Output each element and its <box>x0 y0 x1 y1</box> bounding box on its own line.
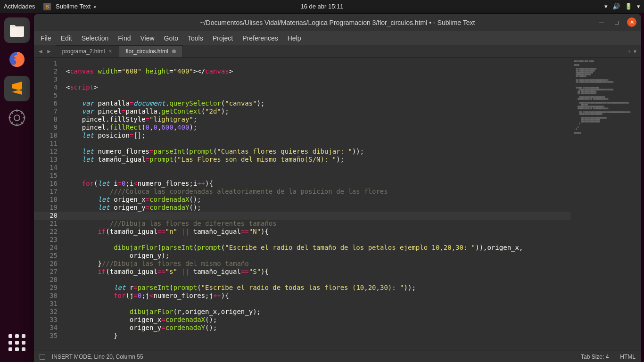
svg-point-2 <box>14 115 20 121</box>
sublime-icon: S <box>43 3 51 10</box>
tab-label: programa_2.html <box>62 48 105 55</box>
close-button[interactable]: ✕ <box>627 17 636 27</box>
editor[interactable]: 1234567891011121314151617181920212223242… <box>34 58 641 351</box>
minimap[interactable]: ████ ██████ ████ ██████ ██████ ███ █████… <box>570 58 641 351</box>
menu-selection[interactable]: Selection <box>82 34 109 42</box>
panel-switcher-icon[interactable] <box>40 354 45 360</box>
clock[interactable]: 16 de abr 15:11 <box>300 3 343 10</box>
minimize-button[interactable]: — <box>597 17 606 27</box>
titlebar[interactable]: ~/Documentos/Ulises Vidal/Materias/Logic… <box>34 14 641 31</box>
dock-settings[interactable] <box>4 105 30 131</box>
menubar: File Edit Selection Find View Goto Tools… <box>34 31 641 45</box>
current-line-highlight <box>34 212 570 220</box>
tab-overflow-icon[interactable]: ▾ <box>634 48 636 55</box>
dock-files[interactable] <box>4 17 30 43</box>
power-menu-icon[interactable]: ▾ <box>637 3 640 10</box>
menu-view[interactable]: View <box>140 34 155 42</box>
menu-help[interactable]: Help <box>288 34 301 42</box>
status-mode[interactable]: INSERT MODE, Line 20, Column 55 <box>52 354 143 360</box>
menu-goto[interactable]: Goto <box>164 34 178 42</box>
statusbar: INSERT MODE, Line 20, Column 55 Tab Size… <box>34 351 641 362</box>
fold-margin <box>34 58 39 351</box>
focused-app[interactable]: S Sublime Text ▾ <box>43 3 96 10</box>
menu-preferences[interactable]: Preferences <box>242 34 278 42</box>
tab-history-back-icon[interactable]: ◄ <box>38 48 43 55</box>
text-cursor <box>277 221 277 228</box>
menu-project[interactable]: Project <box>213 34 233 42</box>
status-syntax[interactable]: HTML <box>620 354 636 360</box>
battery-icon[interactable]: 🔋 <box>625 3 632 10</box>
new-tab-icon[interactable]: + <box>627 48 631 55</box>
dock-sublime[interactable] <box>4 76 30 101</box>
menu-find[interactable]: Find <box>118 34 131 42</box>
dock <box>0 13 34 362</box>
menu-edit[interactable]: Edit <box>61 34 72 42</box>
tabstrip: ◄ ► programa_2.html × flor_circulos.html… <box>34 45 641 58</box>
menu-file[interactable]: File <box>41 34 51 42</box>
menu-tools[interactable]: Tools <box>188 34 203 42</box>
gutter: 1234567891011121314151617181920212223242… <box>39 58 62 351</box>
system-topbar: Actividades S Sublime Text ▾ 16 de abr 1… <box>0 0 644 13</box>
activities-button[interactable]: Actividades <box>4 3 35 10</box>
code-area[interactable]: <canvas width="600" height="400"></canva… <box>62 58 570 351</box>
sublime-window: ~/Documentos/Ulises Vidal/Materias/Logic… <box>34 14 641 362</box>
wifi-icon[interactable]: ▾ <box>604 3 608 10</box>
volume-icon[interactable]: 🔊 <box>612 3 620 10</box>
chevron-down-icon: ▾ <box>94 5 96 9</box>
tab-flor-circulos[interactable]: flor_circulos.html <box>119 45 183 57</box>
tab-label: flor_circulos.html <box>126 48 168 55</box>
maximize-button[interactable]: ▢ <box>612 17 621 27</box>
dock-show-apps[interactable] <box>4 330 30 355</box>
tab-dirty-icon <box>172 49 176 53</box>
tab-close-icon[interactable]: × <box>109 48 112 55</box>
status-tab-size[interactable]: Tab Size: 4 <box>581 354 609 360</box>
window-title: ~/Documentos/Ulises Vidal/Materias/Logic… <box>200 19 475 26</box>
tab-history-forward-icon[interactable]: ► <box>46 48 52 55</box>
dock-firefox[interactable] <box>4 47 30 72</box>
tab-programa-2[interactable]: programa_2.html × <box>56 45 119 57</box>
